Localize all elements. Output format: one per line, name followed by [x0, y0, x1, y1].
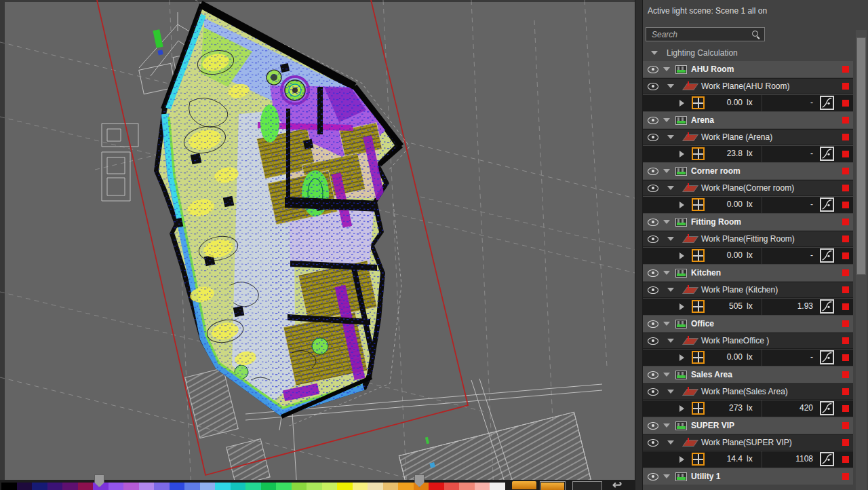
- scale-swatch[interactable]: [307, 483, 322, 490]
- scale-swatch[interactable]: [368, 483, 383, 490]
- panel-scrollbar-thumb[interactable]: [856, 37, 866, 275]
- work-plane-row[interactable]: Work Plane(Corner room): [643, 180, 853, 196]
- room-row[interactable]: Arena: [643, 112, 853, 128]
- isolines-icon[interactable]: [820, 96, 834, 110]
- expander-icon[interactable]: [679, 456, 684, 463]
- scale-preset-button[interactable]: [512, 481, 536, 489]
- calc-grid-icon[interactable]: [692, 249, 705, 262]
- scale-swatch[interactable]: [459, 483, 475, 490]
- scale-swatch[interactable]: [78, 483, 94, 490]
- eye-icon[interactable]: [648, 337, 658, 345]
- chevron-down-icon[interactable]: [663, 118, 670, 122]
- calc-grid-icon[interactable]: [692, 453, 705, 466]
- value-row[interactable]: 273 lx 420: [643, 400, 853, 417]
- eye-icon[interactable]: [648, 185, 658, 192]
- scale-swatch[interactable]: [322, 483, 338, 490]
- calc-grid-icon[interactable]: [692, 198, 705, 211]
- isolines-icon[interactable]: [820, 401, 834, 415]
- scale-preset-empty-button[interactable]: [572, 481, 602, 490]
- value-row[interactable]: 0.00 lx -: [643, 350, 853, 366]
- scale-swatch[interactable]: [62, 483, 78, 490]
- expander-icon[interactable]: [679, 100, 684, 107]
- expander-icon[interactable]: [679, 202, 684, 208]
- eye-icon[interactable]: [648, 422, 658, 430]
- eye-icon[interactable]: [648, 320, 658, 328]
- scale-swatch[interactable]: [292, 483, 307, 490]
- scale-swatch[interactable]: [490, 483, 505, 490]
- eye-icon[interactable]: [648, 269, 658, 277]
- search-input[interactable]: [646, 28, 753, 41]
- chevron-down-icon[interactable]: [663, 220, 670, 224]
- scale-swatch[interactable]: [139, 483, 155, 490]
- work-plane-row[interactable]: Work Plane (Kitchen): [643, 282, 853, 298]
- expander-icon[interactable]: [679, 151, 684, 157]
- value-row[interactable]: 0.00 lx -: [643, 197, 853, 213]
- value-row[interactable]: 23.8 lx -: [643, 146, 853, 162]
- scale-swatch[interactable]: [108, 483, 124, 490]
- chevron-down-icon[interactable]: [667, 440, 674, 445]
- eye-icon[interactable]: [648, 473, 658, 480]
- room-row[interactable]: Office: [643, 316, 853, 332]
- chevron-down-icon[interactable]: [663, 474, 670, 478]
- chevron-down-icon[interactable]: [667, 84, 674, 88]
- isolines-icon[interactable]: [820, 197, 834, 212]
- expander-icon[interactable]: [679, 303, 684, 310]
- scale-swatch[interactable]: [231, 483, 246, 490]
- scale-swatch[interactable]: [429, 483, 444, 490]
- eye-icon[interactable]: [648, 388, 658, 396]
- scale-swatch[interactable]: [215, 483, 231, 490]
- work-plane-row[interactable]: Work Plane (Arena): [643, 129, 853, 145]
- expander-icon[interactable]: [679, 252, 684, 259]
- work-plane-row[interactable]: Work Plane(SUPER VIP): [643, 434, 853, 451]
- value-row[interactable]: 14.4 lx 1108: [643, 451, 853, 468]
- room-row[interactable]: Utility 1: [643, 468, 853, 485]
- scale-swatch[interactable]: [398, 483, 414, 490]
- scale-swatch[interactable]: [1, 483, 17, 490]
- chevron-down-icon[interactable]: [651, 51, 658, 55]
- eye-icon[interactable]: [648, 371, 658, 379]
- room-row[interactable]: Sales Area: [643, 366, 853, 383]
- scale-swatch[interactable]: [184, 483, 200, 490]
- scale-swatch[interactable]: [245, 483, 261, 490]
- scale-swatch[interactable]: [337, 483, 353, 490]
- room-row[interactable]: Kitchen: [643, 265, 853, 281]
- tree-root-row[interactable]: Lighting Calculation: [643, 46, 853, 60]
- scale-swatch[interactable]: [444, 483, 460, 490]
- eye-icon[interactable]: [648, 439, 658, 447]
- work-plane-row[interactable]: Work Plane(AHU Room): [643, 78, 853, 94]
- isolines-icon[interactable]: [820, 147, 834, 161]
- scale-swatch[interactable]: [475, 483, 490, 490]
- chevron-down-icon[interactable]: [667, 135, 674, 139]
- calc-grid-icon[interactable]: [692, 351, 705, 364]
- work-plane-row[interactable]: Work Plane(Sales Area): [643, 383, 853, 400]
- value-row[interactable]: 505 lx 1.93: [643, 299, 853, 315]
- scale-swatch[interactable]: [123, 483, 139, 490]
- chevron-down-icon[interactable]: [663, 423, 670, 428]
- work-plane-row[interactable]: Work Plane(Fitting Room): [643, 231, 853, 247]
- calc-grid-icon[interactable]: [692, 300, 705, 313]
- eye-icon[interactable]: [648, 134, 658, 141]
- scale-swatch[interactable]: [276, 483, 292, 490]
- panel-scrollbar[interactable]: [856, 30, 867, 490]
- value-row[interactable]: 0.00 lx -: [643, 248, 853, 264]
- chevron-down-icon[interactable]: [667, 390, 674, 394]
- chevron-down-icon[interactable]: [667, 288, 674, 292]
- floor-plan-viewport[interactable]: [0, 0, 635, 490]
- chevron-down-icon[interactable]: [667, 339, 674, 343]
- search-icon[interactable]: [751, 30, 760, 39]
- isolines-icon[interactable]: [820, 299, 834, 314]
- eye-icon[interactable]: [648, 66, 658, 73]
- chevron-down-icon[interactable]: [667, 237, 674, 241]
- chevron-down-icon[interactable]: [663, 373, 670, 377]
- isolines-icon[interactable]: [820, 452, 834, 466]
- plan-canvas-area[interactable]: ↩: [0, 0, 635, 490]
- calc-grid-icon[interactable]: [692, 147, 705, 160]
- scale-swatch[interactable]: [170, 483, 185, 490]
- calc-grid-icon[interactable]: [692, 96, 705, 109]
- isolines-icon[interactable]: [820, 350, 834, 364]
- eye-icon[interactable]: [648, 219, 658, 226]
- room-row[interactable]: Fitting Room: [643, 214, 853, 230]
- chevron-down-icon[interactable]: [663, 271, 670, 275]
- room-row[interactable]: AHU Room: [643, 61, 853, 77]
- eye-icon[interactable]: [648, 286, 658, 294]
